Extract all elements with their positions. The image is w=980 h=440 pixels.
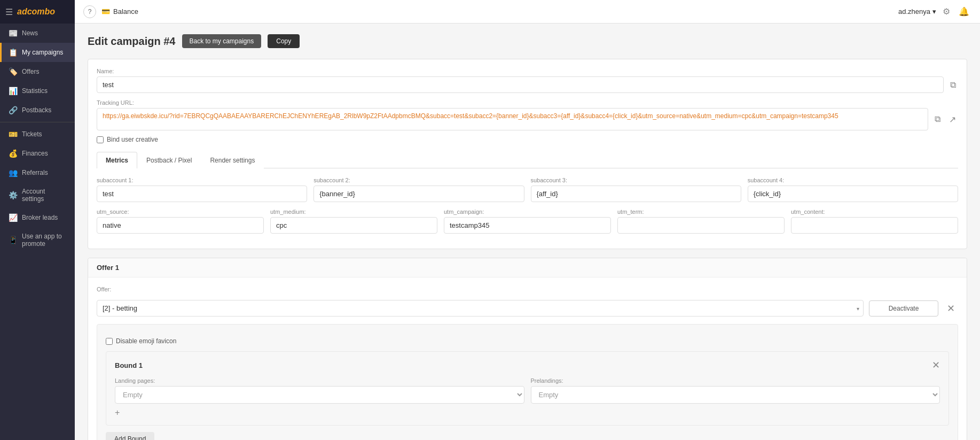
bind-creative-label[interactable]: Bind user creative	[107, 136, 158, 143]
sidebar-item-account-settings-label: Account settings	[22, 188, 68, 203]
subaccount2-input[interactable]	[313, 186, 524, 202]
sidebar-item-statistics-label: Statistics	[22, 87, 48, 95]
sidebar-divider	[0, 122, 75, 122]
metrics-tabs: Metrics Postback / Pixel Render settings	[97, 152, 958, 168]
utm-term-input[interactable]	[617, 217, 785, 234]
bound1-close-button[interactable]: ✕	[932, 359, 940, 371]
sidebar: ☰ adcombo 📰 News 📋 My campaigns 🏷️ Offer…	[0, 0, 75, 440]
sidebar-item-tickets-label: Tickets	[22, 130, 42, 138]
disable-emoji-row: Disable emoji favicon	[106, 337, 949, 345]
bound1-title: Bound 1	[115, 361, 143, 369]
copy-button[interactable]: Copy	[268, 34, 300, 48]
utm-medium-label: utm_medium:	[270, 209, 437, 215]
subaccount1-input[interactable]	[97, 186, 307, 202]
bound1-header: Bound 1 ✕	[115, 359, 940, 371]
sidebar-header: ☰ adcombo	[0, 0, 75, 24]
main-area: ? 💳 Balance ad.zhenya ▾ ⚙ 🔔 Edit campaig…	[75, 0, 980, 440]
utm-medium-input[interactable]	[270, 217, 437, 234]
tab-metrics[interactable]: Metrics	[97, 152, 137, 168]
bound1-landing-group: Landing pages: Empty	[115, 377, 524, 404]
postbacks-icon: 🔗	[8, 106, 18, 114]
sidebar-item-referrals[interactable]: 👥 Referrals	[0, 163, 75, 182]
name-label: Name:	[97, 68, 958, 74]
sidebar-item-postbacks[interactable]: 🔗 Postbacks	[0, 101, 75, 120]
sidebar-item-referrals-label: Referrals	[22, 169, 48, 176]
tab-postback-pixel[interactable]: Postback / Pixel	[137, 152, 201, 168]
utm-campaign-input[interactable]	[444, 217, 611, 234]
statistics-icon: 📊	[8, 87, 18, 95]
offer1-select[interactable]: [2] - betting	[97, 300, 864, 317]
plus-icon[interactable]: +	[115, 408, 120, 418]
sidebar-item-offers[interactable]: 🏷️ Offers	[0, 62, 75, 81]
broker-leads-icon: 📈	[8, 213, 18, 222]
disable-emoji-checkbox[interactable]	[106, 338, 113, 345]
sidebar-item-use-app[interactable]: 📱 Use an app to promote	[0, 227, 75, 253]
name-input[interactable]	[97, 76, 944, 93]
offer1-offer-label: Offer:	[97, 286, 111, 292]
chevron-down-icon: ▾	[932, 7, 936, 16]
sidebar-item-postbacks-label: Postbacks	[22, 106, 51, 114]
sidebar-item-news[interactable]: 📰 News	[0, 24, 75, 43]
campaigns-icon: 📋	[8, 48, 18, 57]
notification-button[interactable]: 🔔	[957, 4, 971, 19]
offer1-title: Offer 1	[97, 264, 119, 272]
offers-icon: 🏷️	[8, 67, 18, 76]
subaccount3-input[interactable]	[531, 186, 741, 202]
offer1-select-row: Offer:	[97, 286, 958, 292]
subaccount1-label: subaccount 1:	[97, 177, 307, 183]
utm-source-input[interactable]	[97, 217, 264, 234]
sidebar-item-tickets[interactable]: 🎫 Tickets	[0, 125, 75, 144]
subaccount2-label: subaccount 2:	[313, 177, 524, 183]
bind-creative-checkbox[interactable]	[97, 136, 104, 143]
help-icon[interactable]: ?	[83, 5, 96, 18]
sidebar-item-statistics[interactable]: 📊 Statistics	[0, 81, 75, 101]
top-bar-right: ad.zhenya ▾ ⚙ 🔔	[898, 4, 971, 19]
subaccount4-input[interactable]	[748, 186, 958, 202]
copy-name-icon[interactable]: ⧉	[948, 78, 958, 92]
tab-render-settings[interactable]: Render settings	[201, 152, 264, 168]
bound1-grid: Landing pages: Empty Prelandings: Empty	[115, 377, 940, 404]
subaccounts-grid: subaccount 1: subaccount 2: subaccount 3…	[97, 177, 958, 202]
finances-icon: 💰	[8, 149, 18, 158]
offer1-header: Offer 1	[88, 258, 967, 277]
utm-medium-group: utm_medium:	[270, 209, 437, 234]
bound1-prelanding-group: Prelandings: Empty	[531, 377, 940, 404]
offer1-section: Offer 1 Offer: [2] - betting ▾ Deactivat…	[88, 258, 967, 440]
subaccount2-group: subaccount 2:	[313, 177, 524, 202]
sidebar-item-broker-leads-label: Broker leads	[22, 214, 58, 221]
settings-button[interactable]: ⚙	[940, 4, 952, 19]
add-bound-button[interactable]: Add Bound	[106, 432, 154, 440]
bound1-landing-select[interactable]: Empty	[115, 386, 524, 404]
subaccount1-group: subaccount 1:	[97, 177, 307, 202]
offer1-deactivate-button[interactable]: Deactivate	[869, 300, 938, 317]
tracking-url-field-group: Tracking URL: https://ga.eiwbskde.icu/?r…	[97, 99, 958, 130]
offer1-settings-panel: Disable emoji favicon Bound 1 ✕ Landing …	[97, 324, 958, 440]
utm-content-input[interactable]	[791, 217, 958, 234]
disable-emoji-label[interactable]: Disable emoji favicon	[116, 337, 176, 345]
utm-campaign-group: utm_campaign:	[444, 209, 611, 234]
sidebar-item-account-settings[interactable]: ⚙️ Account settings	[0, 182, 75, 208]
bound1-prelanding-select[interactable]: Empty	[531, 386, 940, 404]
menu-icon[interactable]: ☰	[5, 7, 13, 17]
sidebar-item-offers-label: Offers	[22, 68, 39, 75]
balance-label: Balance	[113, 7, 138, 16]
sidebar-item-finances-label: Finances	[22, 150, 48, 157]
open-url-icon[interactable]: ↗	[947, 112, 958, 127]
utm-grid: utm_source: utm_medium: utm_campaign: ut…	[97, 209, 958, 234]
sidebar-item-finances[interactable]: 💰 Finances	[0, 144, 75, 163]
wallet-icon: 💳	[101, 7, 110, 16]
bound1-section: Bound 1 ✕ Landing pages: Empty	[106, 351, 949, 426]
subaccount4-label: subaccount 4:	[748, 177, 958, 183]
user-menu[interactable]: ad.zhenya ▾	[898, 7, 936, 16]
sidebar-item-my-campaigns[interactable]: 📋 My campaigns	[0, 43, 75, 62]
back-to-campaigns-button[interactable]: Back to my campaigns	[182, 34, 262, 48]
balance-button[interactable]: 💳 Balance	[101, 7, 138, 16]
bound1-prelanding-label: Prelandings:	[531, 377, 940, 384]
account-settings-icon: ⚙️	[8, 191, 18, 199]
logo: adcombo	[17, 7, 55, 17]
tracking-url-label: Tracking URL:	[97, 99, 958, 106]
offer1-remove-button[interactable]: ✕	[944, 302, 958, 315]
top-bar-left: ? 💳 Balance	[83, 5, 138, 18]
copy-url-icon[interactable]: ⧉	[932, 112, 943, 126]
sidebar-item-broker-leads[interactable]: 📈 Broker leads	[0, 208, 75, 227]
